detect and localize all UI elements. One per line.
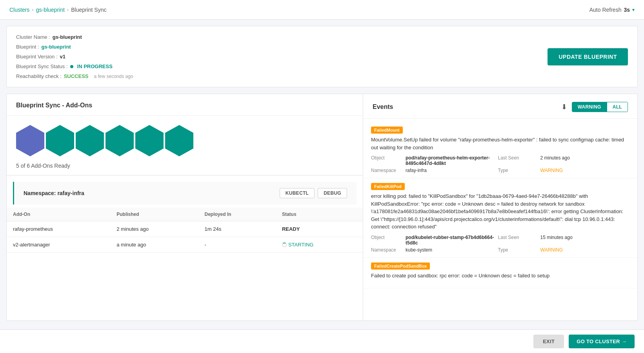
update-blueprint-button[interactable]: UPDATE BLUEPRINT <box>548 48 628 65</box>
main-content: Blueprint Sync - Add-Ons 5 of 6 Add-Ons … <box>6 94 638 321</box>
top-bar: Clusters › gs-blueprint › Blueprint Sync… <box>0 0 644 20</box>
bottom-bar: EXIT GO TO CLUSTER → <box>0 329 644 353</box>
list-item: FailedKillPod error killing pod: failed … <box>363 178 637 258</box>
blueprint-row: Blueprint : gs-blueprint <box>16 44 133 50</box>
addon-name-1: rafay-prometheus <box>7 221 110 237</box>
event-message-1: MountVolume.SetUp failed for volume "raf… <box>371 136 629 151</box>
object-value-1: pod/rafay-prometheus-helm-exporter-8495c… <box>406 155 495 166</box>
hex-1 <box>16 125 44 156</box>
event-meta-1: Object pod/rafay-prometheus-helm-exporte… <box>371 155 629 173</box>
chevron-down-icon: ▾ <box>632 7 635 13</box>
type-label-2: Type <box>498 247 537 253</box>
col-published: Published <box>110 208 198 221</box>
breadcrumb-blueprint[interactable]: gs-blueprint <box>36 7 65 13</box>
addon-table-body: rafay-prometheus 2 minutes ago 1m 24s RE… <box>7 221 363 253</box>
addon-status-1: READY <box>276 221 363 237</box>
addon-table: Add-On Published Deployed In Status rafa… <box>7 208 363 253</box>
namespace-label-2: Namespace <box>371 247 402 253</box>
col-status: Status <box>276 208 363 221</box>
hex-teal-2-icon <box>46 125 74 156</box>
namespace-value-1: rafay-infra <box>406 168 495 173</box>
hex-3 <box>76 125 104 156</box>
breadcrumb-sep2: › <box>67 7 69 13</box>
list-item: FailedMount MountVolume.SetUp failed for… <box>363 122 637 178</box>
events-controls: ⬇ WARNING ALL <box>561 102 628 112</box>
col-deployed-in: Deployed In <box>198 208 276 221</box>
starting-spinner <box>282 243 287 247</box>
hex-teal-5-icon <box>135 125 164 156</box>
right-panel: Events ⬇ WARNING ALL FailedMount MountVo… <box>363 94 638 321</box>
auto-refresh[interactable]: Auto Refresh 3s ▾ <box>589 7 635 13</box>
info-fields: Cluster Name : gs-blueprint Blueprint : … <box>16 34 133 79</box>
filter-all-button[interactable]: ALL <box>607 102 628 112</box>
namespace-buttons: KUBECTL DEBUG <box>280 188 347 198</box>
namespace-header: Namespace: rafay-infra KUBECTL DEBUG <box>13 182 357 205</box>
addon-name-2: v2-alertmanager <box>7 237 110 253</box>
sync-status-value: IN PROGRESS <box>77 63 113 69</box>
blueprint-version-value: v1 <box>60 54 65 60</box>
hex-blue-icon <box>16 125 44 156</box>
reachability-label: Reachability check : <box>16 73 62 79</box>
auto-refresh-label: Auto Refresh <box>589 7 622 13</box>
list-item: FailedCreatePodSandBox Failed to create … <box>363 258 637 289</box>
hex-teal-4-icon <box>106 125 134 156</box>
addon-table-header: Add-On Published Deployed In Status <box>7 208 363 221</box>
last-seen-value-1: 2 minutes ago <box>540 155 630 166</box>
cluster-name-value: gs-blueprint <box>53 34 82 40</box>
cluster-name-row: Cluster Name : gs-blueprint <box>16 34 133 40</box>
type-label-1: Type <box>498 168 537 173</box>
event-badge-1: FailedMount <box>371 127 403 134</box>
addon-status-2: STARTING <box>276 237 363 253</box>
last-seen-label-2: Last Seen <box>498 235 537 246</box>
info-panel: Cluster Name : gs-blueprint Blueprint : … <box>6 26 638 87</box>
starting-label: STARTING <box>288 242 314 248</box>
event-message-3: Failed to create pod sandbox: rpc error:… <box>371 272 629 280</box>
events-list: FailedMount MountVolume.SetUp failed for… <box>363 119 637 320</box>
sync-status-row: Blueprint Sync Status : IN PROGRESS <box>16 63 133 69</box>
col-addon: Add-On <box>7 208 110 221</box>
events-header: Events ⬇ WARNING ALL <box>363 94 637 119</box>
blueprint-version-row: Blueprint Version : v1 <box>16 54 133 60</box>
breadcrumb-current: Blueprint Sync <box>71 7 106 13</box>
hex-4 <box>106 125 134 156</box>
cluster-name-label: Cluster Name : <box>16 34 50 40</box>
addon-published-1: 2 minutes ago <box>110 221 198 237</box>
table-row: rafay-prometheus 2 minutes ago 1m 24s RE… <box>7 221 363 237</box>
filter-warning-button[interactable]: WARNING <box>572 102 607 112</box>
exit-button[interactable]: EXIT <box>533 335 564 348</box>
kubectl-button[interactable]: KUBECTL <box>280 188 315 198</box>
event-badge-2: FailedKillPod <box>371 183 405 190</box>
type-value-1: WARNING <box>540 168 630 173</box>
breadcrumb-sep1: › <box>32 7 33 13</box>
events-title: Events <box>373 103 393 110</box>
namespace-section: Namespace: rafay-infra KUBECTL DEBUG Add… <box>7 176 363 320</box>
in-progress-dot <box>70 65 73 68</box>
hexagons-area <box>7 116 363 163</box>
namespace-value-2: kube-system <box>406 247 495 253</box>
hex-6 <box>165 125 193 156</box>
go-to-cluster-button[interactable]: GO TO CLUSTER → <box>569 335 635 348</box>
blueprint-value: gs-blueprint <box>42 44 71 50</box>
last-seen-value-2: 15 minutes ago <box>540 235 630 246</box>
debug-button[interactable]: DEBUG <box>318 188 347 198</box>
hex-5 <box>135 125 164 156</box>
breadcrumb-clusters[interactable]: Clusters <box>9 7 29 13</box>
last-seen-label-1: Last Seen <box>498 155 537 166</box>
object-label-2: Object <box>371 235 402 246</box>
reachability-value: SUCCESS <box>64 73 89 79</box>
reachability-row: Reachability check : SUCCESS a few secon… <box>16 73 133 79</box>
table-row: v2-alertmanager a minute ago - STARTING <box>7 237 363 253</box>
blueprint-version-label: Blueprint Version : <box>16 54 58 60</box>
filter-buttons: WARNING ALL <box>572 102 628 112</box>
blueprint-label: Blueprint : <box>16 44 39 50</box>
addon-summary: 5 of 6 Add-Ons Ready <box>7 163 363 175</box>
type-value-2: WARNING <box>540 247 630 253</box>
hex-teal-3-icon <box>76 125 104 156</box>
left-panel: Blueprint Sync - Add-Ons 5 of 6 Add-Ons … <box>6 94 363 321</box>
addon-published-2: a minute ago <box>110 237 198 253</box>
left-panel-title: Blueprint Sync - Add-Ons <box>7 94 363 116</box>
event-badge-3: FailedCreatePodSandBox <box>371 262 430 270</box>
namespace-label-1: Namespace <box>371 168 402 173</box>
download-icon[interactable]: ⬇ <box>561 103 567 111</box>
reachability-timestamp: a few seconds ago <box>94 74 133 79</box>
